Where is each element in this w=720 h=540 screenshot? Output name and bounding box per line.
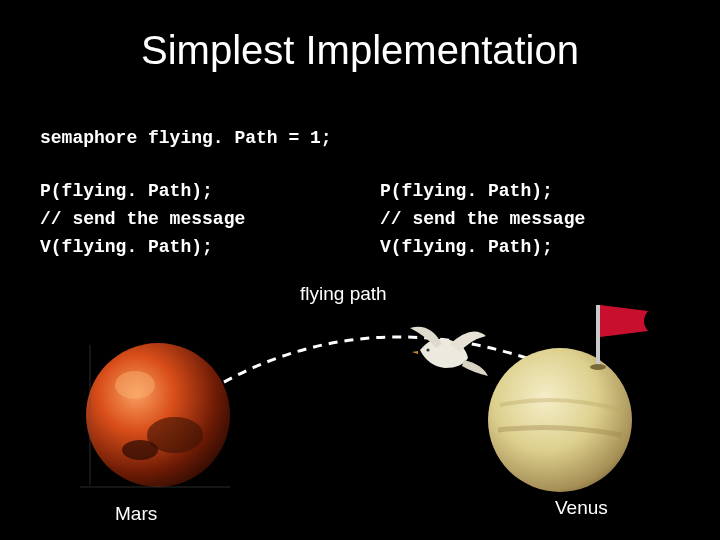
svg-point-4 — [488, 348, 632, 492]
svg-point-7 — [590, 364, 606, 370]
bird-icon — [410, 327, 488, 376]
code-line: // send the message — [380, 206, 585, 234]
flag-icon — [590, 305, 648, 370]
code-block-left: P(flying. Path); // send the message V(f… — [40, 178, 245, 262]
venus-planet-icon — [488, 348, 632, 492]
slide-title: Simplest Implementation — [0, 28, 720, 73]
code-line: P(flying. Path); — [380, 178, 585, 206]
mars-planet-icon — [86, 343, 230, 487]
svg-point-8 — [426, 348, 429, 351]
diagram-svg — [0, 275, 720, 540]
code-line: // send the message — [40, 206, 245, 234]
mars-label: Mars — [115, 503, 157, 525]
code-line: V(flying. Path); — [40, 234, 245, 262]
svg-point-0 — [86, 343, 230, 487]
code-line: P(flying. Path); — [40, 178, 245, 206]
slide: Simplest Implementation semaphore flying… — [0, 0, 720, 540]
svg-point-3 — [122, 440, 158, 460]
svg-point-1 — [115, 371, 155, 399]
diagram: flying path — [0, 275, 720, 540]
code-block-right: P(flying. Path); // send the message V(f… — [380, 178, 585, 262]
venus-label: Venus — [555, 497, 608, 519]
code-line: V(flying. Path); — [380, 234, 585, 262]
semaphore-declaration: semaphore flying. Path = 1; — [40, 128, 332, 148]
